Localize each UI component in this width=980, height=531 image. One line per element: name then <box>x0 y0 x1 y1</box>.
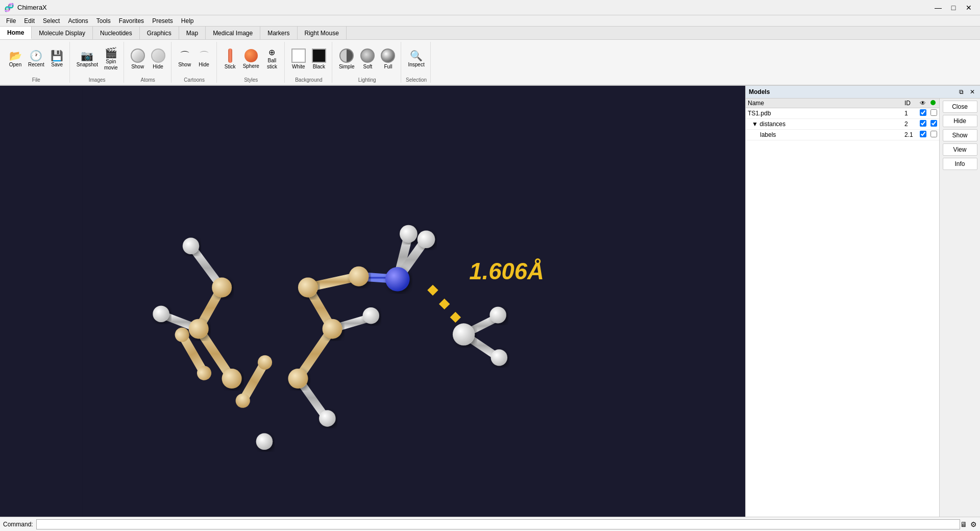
spin-movie-icon: 🎬 <box>105 47 117 58</box>
hide-model-button[interactable]: Hide <box>943 115 977 127</box>
solid-checkbox-distances[interactable] <box>930 120 937 127</box>
stick-icon <box>228 49 232 63</box>
toolbar-group-styles: Stick Sphere ⊕ Ballstick Styles <box>218 42 285 83</box>
model-solid-labels[interactable] <box>928 130 939 140</box>
col-name: Name <box>746 99 902 108</box>
model-row-labels[interactable]: labels 2.1 <box>746 130 939 140</box>
solid-checkbox-ts1[interactable] <box>930 109 937 116</box>
close-button[interactable]: ✕ <box>962 2 976 14</box>
tab-graphics[interactable]: Graphics <box>140 27 179 39</box>
cartoons-show-button[interactable]: ⌒ Show <box>176 44 194 75</box>
svg-point-36 <box>385 267 410 292</box>
lighting-soft-button[interactable]: Soft <box>358 44 377 75</box>
menu-file[interactable]: File <box>2 16 20 26</box>
model-visible-labels[interactable] <box>918 130 928 140</box>
titlebar: 🧬 ChimeraX — □ ✕ <box>0 0 980 15</box>
tab-home[interactable]: Home <box>0 27 32 39</box>
lighting-full-button[interactable]: Full <box>378 44 398 75</box>
visibility-checkbox-labels[interactable] <box>920 131 926 137</box>
bg-black-button[interactable]: Black <box>309 44 329 75</box>
right-sidebar: Close Hide Show View Info <box>939 99 980 517</box>
menu-favorites[interactable]: Favorites <box>115 16 148 26</box>
menu-select[interactable]: Select <box>39 16 64 26</box>
tab-map[interactable]: Map <box>179 27 206 39</box>
svg-point-35 <box>349 267 369 286</box>
save-label: Save <box>51 62 63 68</box>
models-table: Name ID 👁 <box>746 99 939 140</box>
tab-right-mouse[interactable]: Right Mouse <box>298 27 347 39</box>
model-row-distances[interactable]: ▼ distances 2 <box>746 119 939 130</box>
menu-help[interactable]: Help <box>177 16 198 26</box>
labels-indent: labels <box>748 131 776 138</box>
svg-point-30 <box>298 277 318 297</box>
svg-point-39 <box>183 238 199 254</box>
cartoons-hide-button[interactable]: ⌒ Hide <box>195 44 213 75</box>
tab-nucleotides[interactable]: Nucleotides <box>93 27 140 39</box>
ball-stick-button[interactable]: ⊕ Ballstick <box>263 44 281 75</box>
svg-point-44 <box>453 323 475 345</box>
model-visible-ts1[interactable] <box>918 108 928 119</box>
tabbar: Home Molecule Display Nucleotides Graphi… <box>0 27 980 40</box>
inspect-icon: 🔍 <box>410 51 423 61</box>
toolbar-group-file: 📂 Open 🕐 Recent 💾 Save File <box>3 42 70 83</box>
models-panel-restore[interactable]: ⧉ <box>957 87 966 96</box>
close-model-button[interactable]: Close <box>943 101 977 113</box>
menu-presets[interactable]: Presets <box>148 16 177 26</box>
menu-edit[interactable]: Edit <box>20 16 39 26</box>
model-row-ts1[interactable]: TS1.pdb 1 <box>746 108 939 119</box>
toolbar-group-cartoons-items: ⌒ Show ⌒ Hide <box>176 42 213 76</box>
save-button[interactable]: 💾 Save <box>48 44 66 75</box>
models-header-controls[interactable]: ⧉ ✕ <box>957 87 977 96</box>
visibility-checkbox-ts1[interactable] <box>920 109 926 116</box>
open-icon: 📂 <box>9 51 22 61</box>
tab-molecule-display[interactable]: Molecule Display <box>32 27 93 39</box>
tree-expand-arrow[interactable]: ▼ <box>752 120 758 128</box>
svg-point-32 <box>288 369 308 389</box>
lighting-simple-icon <box>339 49 354 63</box>
stick-button[interactable]: Stick <box>221 44 239 75</box>
menu-actions[interactable]: Actions <box>64 16 92 26</box>
model-visible-distances[interactable] <box>918 119 928 130</box>
spin-movie-button[interactable]: 🎬 Spinmovie <box>102 44 120 75</box>
viewport[interactable]: 1.606Å <box>0 86 745 517</box>
open-button[interactable]: 📂 Open <box>6 44 24 75</box>
svg-point-31 <box>323 319 342 339</box>
ball-stick-icon: ⊕ <box>268 49 275 57</box>
info-model-button[interactable]: Info <box>943 158 977 170</box>
models-panel-title: Models <box>749 88 770 95</box>
visibility-checkbox-distances[interactable] <box>920 120 926 127</box>
cartoons-group-label: Cartoons <box>184 77 205 83</box>
menu-tools[interactable]: Tools <box>92 16 115 26</box>
command-input[interactable] <box>36 519 960 529</box>
solid-checkbox-labels[interactable] <box>930 131 937 137</box>
model-id-ts1: 1 <box>902 108 918 119</box>
molecule-viewport[interactable]: 1.606Å <box>0 86 745 517</box>
selection-group-label: Selection <box>406 77 427 83</box>
recent-button[interactable]: 🕐 Recent <box>26 44 47 75</box>
tab-markers[interactable]: Markers <box>260 27 297 39</box>
show-model-button[interactable]: Show <box>943 129 977 141</box>
model-solid-distances[interactable] <box>928 119 939 130</box>
models-panel-close[interactable]: ✕ <box>968 87 977 96</box>
svg-point-45 <box>489 307 506 323</box>
sphere-button[interactable]: Sphere <box>240 44 262 75</box>
minimize-button[interactable]: — <box>931 2 945 14</box>
bg-white-button[interactable]: White <box>289 44 308 75</box>
snapshot-button[interactable]: 📷 Snapshot <box>74 44 101 75</box>
atoms-hide-button[interactable]: Hide <box>149 44 168 75</box>
ball-stick-label: Ballstick <box>267 58 277 70</box>
toolbar-group-images: 📷 Snapshot 🎬 Spinmovie Images <box>71 42 124 83</box>
distances-tree-indent: ▼ distances <box>748 120 786 128</box>
toolbar-group-background-items: White Black <box>289 42 329 76</box>
view-model-button[interactable]: View <box>943 143 977 156</box>
titlebar-controls[interactable]: — □ ✕ <box>931 2 976 14</box>
atoms-group-label: Atoms <box>140 77 155 83</box>
model-solid-ts1[interactable] <box>928 108 939 119</box>
tab-medical-image[interactable]: Medical Image <box>206 27 260 39</box>
toolbar-group-atoms-items: Show Hide <box>128 42 168 76</box>
lighting-simple-button[interactable]: Simple <box>336 44 357 75</box>
maximize-button[interactable]: □ <box>946 2 961 14</box>
inspect-button[interactable]: 🔍 Inspect <box>405 44 427 75</box>
atoms-show-button[interactable]: Show <box>128 44 148 75</box>
col-id: ID <box>902 99 918 108</box>
